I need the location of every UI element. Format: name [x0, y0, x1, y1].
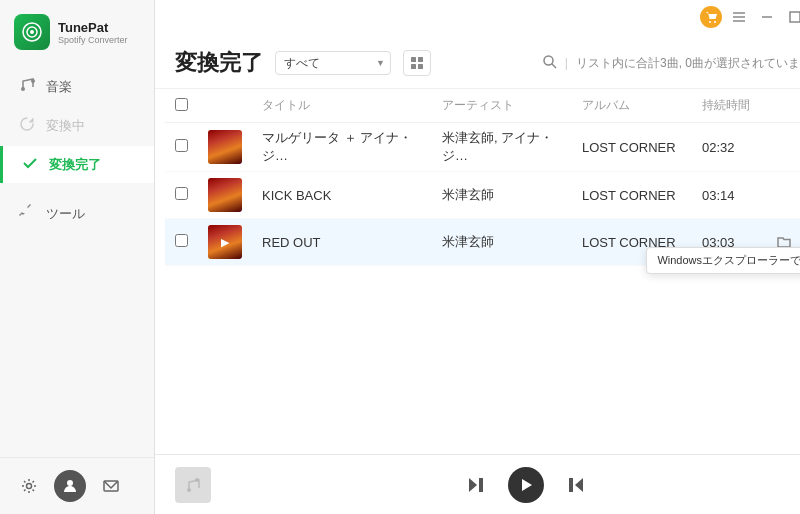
th-album: アルバム [572, 89, 692, 123]
row3-checkbox-cell [165, 219, 198, 266]
grid-view-button[interactable] [403, 50, 431, 76]
maximize-button[interactable] [784, 6, 800, 28]
row2-title-cell: KICK BACK [252, 172, 432, 219]
svg-rect-12 [790, 12, 800, 22]
play-button[interactable] [508, 467, 544, 503]
avatar-button[interactable] [54, 470, 86, 502]
mail-button[interactable] [96, 471, 126, 501]
filter-select[interactable]: すべて 音楽 ポッドキャスト [275, 51, 391, 75]
svg-point-7 [714, 21, 716, 23]
th-duration: 持続時間 [692, 89, 762, 123]
app-subtitle: Spotify Converter [58, 35, 128, 45]
logo-icon [14, 14, 50, 50]
svg-rect-18 [418, 64, 423, 69]
sidebar-item-music-label: 音楽 [46, 78, 72, 96]
page-title: 変換完了 [175, 48, 263, 78]
table-row: マルゲリータ ＋ アイナ・ジ… 米津玄師, アイナ・ジ… LOST CORNER… [165, 123, 800, 172]
row1-duration-cell: 02:32 [692, 123, 762, 172]
svg-rect-27 [569, 478, 573, 492]
row3-artist: 米津玄師 [442, 234, 494, 249]
settings-button[interactable] [14, 471, 44, 501]
sidebar-item-music[interactable]: 音楽 [0, 68, 154, 105]
th-title: タイトル [252, 89, 432, 123]
row2-actions-cell [762, 172, 800, 219]
prev-button[interactable] [460, 469, 492, 501]
row2-checkbox[interactable] [175, 187, 188, 200]
next-button[interactable] [560, 469, 592, 501]
row1-actions-cell [762, 123, 800, 172]
row2-thumbnail [208, 178, 242, 212]
row1-checkbox[interactable] [175, 139, 188, 152]
main-content: 変換完了 すべて 音楽 ポッドキャスト ▼ | リスト内に合計3曲 [155, 0, 800, 514]
row2-artist-cell: 米津玄師 [432, 172, 572, 219]
svg-marker-26 [575, 478, 583, 492]
explorer-tooltip: Windowsエクスプローラーで表示 [646, 247, 800, 274]
table-row: KICK BACK 米津玄師 LOST CORNER 03:14 [165, 172, 800, 219]
sidebar-item-tools[interactable]: ツール [0, 195, 154, 232]
svg-marker-23 [469, 478, 477, 492]
cart-button[interactable] [700, 6, 722, 28]
th-thumb [198, 89, 252, 123]
logo-text: TunePat Spotify Converter [58, 20, 128, 45]
table-header-row: タイトル アーティスト アルバム 持続時間 [165, 89, 800, 123]
row2-artist: 米津玄師 [442, 187, 494, 202]
svg-point-4 [67, 480, 73, 486]
th-checkbox [165, 89, 198, 123]
row3-thumb-cell: ▶ [198, 219, 252, 266]
row1-thumb-cell [198, 123, 252, 172]
sidebar-item-converted-label: 変換完了 [49, 156, 101, 174]
row2-duration: 03:14 [702, 188, 735, 203]
row2-album-cell: LOST CORNER [572, 172, 692, 219]
row3-artist-cell: 米津玄師 [432, 219, 572, 266]
row2-checkbox-cell [165, 172, 198, 219]
svg-point-6 [709, 21, 711, 23]
sidebar-nav: 音楽 変換中 変換完了 [0, 60, 154, 457]
row2-duration-cell: 03:14 [692, 172, 762, 219]
row1-title: マルゲリータ ＋ アイナ・ジ… [262, 130, 412, 163]
th-artist: アーティスト [432, 89, 572, 123]
svg-marker-25 [522, 479, 532, 491]
row3-checkbox[interactable] [175, 234, 188, 247]
svg-rect-24 [479, 478, 483, 492]
sidebar: TunePat Spotify Converter 音楽 変換中 [0, 0, 155, 514]
sidebar-item-converted[interactable]: 変換完了 [0, 146, 154, 183]
svg-point-2 [30, 30, 34, 34]
row2-album: LOST CORNER [582, 188, 676, 203]
track-table-container: タイトル アーティスト アルバム 持続時間 [155, 89, 800, 454]
track-table: タイトル アーティスト アルバム 持続時間 [165, 89, 800, 266]
row1-checkbox-cell [165, 123, 198, 172]
player-bar [155, 454, 800, 514]
search-button[interactable] [542, 54, 557, 72]
row2-thumb-cell [198, 172, 252, 219]
th-actions [762, 89, 800, 123]
row1-artist-cell: 米津玄師, アイナ・ジ… [432, 123, 572, 172]
row1-title-cell: マルゲリータ ＋ アイナ・ジ… [252, 123, 432, 172]
svg-line-20 [552, 64, 556, 68]
header-info: リスト内に合計3曲, 0曲が選択されています。 [576, 55, 800, 72]
header-divider: | [565, 56, 568, 70]
sidebar-item-tools-label: ツール [46, 205, 85, 223]
row1-artist: 米津玄師, アイナ・ジ… [442, 130, 553, 163]
minimize-button[interactable] [756, 6, 778, 28]
row3-actions-cell: Windowsエクスプローラーで表示 [762, 219, 800, 266]
row1-thumbnail [208, 130, 242, 164]
table-row: ▶ RED OUT 米津玄師 LOST CORNER 03:03 [165, 219, 800, 266]
play-overlay-icon: ▶ [221, 236, 229, 249]
row3-thumbnail: ▶ [208, 225, 242, 259]
row1-album-cell: LOST CORNER [572, 123, 692, 172]
music-icon [18, 77, 36, 96]
svg-rect-17 [411, 64, 416, 69]
svg-rect-15 [411, 57, 416, 62]
tools-icon [18, 204, 36, 223]
row1-album: LOST CORNER [582, 140, 676, 155]
sidebar-item-converting: 変換中 [0, 107, 154, 144]
app-logo: TunePat Spotify Converter [0, 0, 154, 60]
converting-icon [18, 116, 36, 135]
select-all-checkbox[interactable] [175, 98, 188, 111]
filter-wrapper: すべて 音楽 ポッドキャスト ▼ [275, 51, 391, 75]
menu-button[interactable] [728, 6, 750, 28]
app-name: TunePat [58, 20, 128, 35]
converted-icon [21, 155, 39, 174]
sidebar-bottom [0, 457, 154, 514]
title-bar [155, 0, 800, 34]
